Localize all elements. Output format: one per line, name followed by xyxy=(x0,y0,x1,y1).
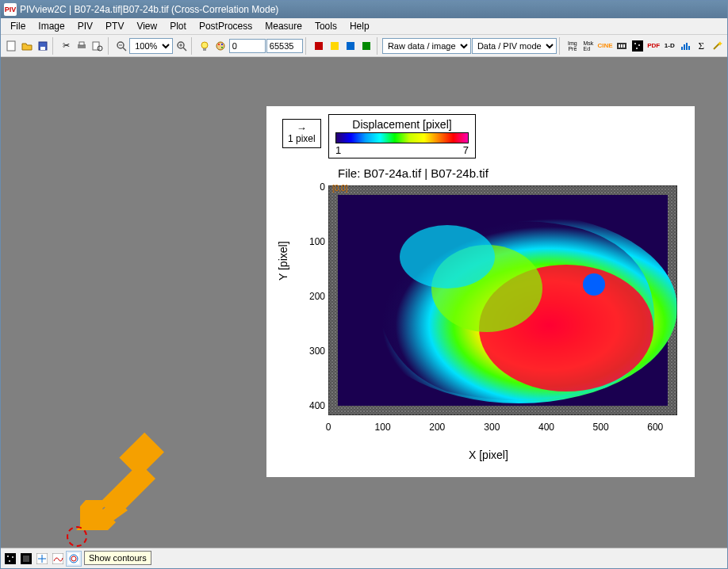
plot-card: → 1 pixel Displacement [pixel] 1 7 File:… xyxy=(266,106,695,477)
menu-help[interactable]: Help xyxy=(343,19,376,33)
zoom-out-button[interactable] xyxy=(113,37,128,55)
view-mode-1-button[interactable] xyxy=(2,551,18,567)
menu-postprocess[interactable]: PostProcess xyxy=(193,19,259,33)
menu-file[interactable]: File xyxy=(4,19,32,33)
tool-d-icon[interactable] xyxy=(358,37,374,55)
svg-point-45 xyxy=(400,225,495,288)
palette-button[interactable] xyxy=(213,37,228,55)
svg-point-55 xyxy=(12,556,13,558)
svg-point-16 xyxy=(216,42,224,50)
tool-b-icon[interactable] xyxy=(327,37,342,55)
arrow-icon: → xyxy=(288,123,316,133)
cine-icon[interactable]: CINE xyxy=(596,37,613,55)
origin-marker: [0,0] xyxy=(332,184,347,193)
plot1d-icon[interactable]: 1-D xyxy=(662,37,677,55)
window-title: PIVview2C | B07-24a.tif|B07-24b.tif (Cro… xyxy=(20,4,278,15)
heatmap-image xyxy=(328,185,677,415)
menu-tools[interactable]: Tools xyxy=(308,19,343,33)
mask-icon[interactable]: MskEd xyxy=(580,37,596,55)
y-axis-label: Y [pixel] xyxy=(277,241,289,281)
print-button[interactable] xyxy=(75,37,90,55)
svg-rect-21 xyxy=(331,42,339,50)
colorbar-gradient xyxy=(335,132,469,143)
datamode-combo-1[interactable]: Raw data / image xyxy=(382,38,471,54)
open-button[interactable] xyxy=(19,37,34,55)
app-icon: PIV xyxy=(4,3,17,16)
svg-marker-51 xyxy=(79,506,116,530)
menu-ptv[interactable]: PTV xyxy=(99,19,130,33)
annotation-circle-icon xyxy=(67,526,87,547)
dots-icon[interactable] xyxy=(630,37,646,55)
svg-rect-26 xyxy=(621,44,623,48)
svg-line-11 xyxy=(183,48,186,51)
svg-point-30 xyxy=(638,44,640,46)
annotation-arrow-icon xyxy=(76,427,171,530)
svg-marker-48 xyxy=(80,500,109,529)
svg-rect-27 xyxy=(623,44,625,48)
svg-rect-2 xyxy=(40,47,45,50)
svg-point-19 xyxy=(221,47,223,48)
canvas-area[interactable]: → 1 pixel Displacement [pixel] 1 7 File:… xyxy=(1,57,727,548)
histogram-icon[interactable] xyxy=(678,37,693,55)
range-lo-input[interactable] xyxy=(229,39,266,53)
svg-rect-23 xyxy=(362,42,370,50)
view-mode-3-button[interactable] xyxy=(34,551,50,567)
colorbar: Displacement [pixel] 1 7 xyxy=(328,114,476,158)
svg-point-29 xyxy=(634,43,636,44)
svg-point-17 xyxy=(218,44,220,45)
cut-button[interactable]: ✂ xyxy=(59,37,74,55)
plot-axes: [0,0] xyxy=(328,185,677,415)
filmstrip-icon[interactable] xyxy=(615,37,630,55)
vector-legend-label: 1 pixel xyxy=(288,133,316,144)
preview-button[interactable] xyxy=(90,37,105,55)
svg-rect-33 xyxy=(684,44,685,50)
menu-plot[interactable]: Plot xyxy=(163,19,193,33)
zoom-in-button[interactable] xyxy=(174,37,189,55)
menu-piv[interactable]: PIV xyxy=(71,19,99,33)
zoom-combo[interactable]: 100% xyxy=(129,38,173,54)
bottom-toolbar: Show contours xyxy=(1,548,727,568)
svg-line-8 xyxy=(123,48,126,51)
range-hi-input[interactable] xyxy=(266,39,303,53)
pdf-icon[interactable]: PDF xyxy=(646,37,661,55)
save-button[interactable] xyxy=(35,37,50,55)
svg-rect-5 xyxy=(93,42,99,50)
svg-marker-52 xyxy=(76,506,100,530)
svg-rect-28 xyxy=(632,40,643,52)
svg-rect-53 xyxy=(5,553,16,564)
svg-point-54 xyxy=(7,556,9,557)
svg-point-14 xyxy=(201,42,208,48)
colorbar-title: Displacement [pixel] xyxy=(335,118,469,131)
show-contours-button[interactable] xyxy=(66,551,82,567)
menu-image[interactable]: Image xyxy=(32,19,71,33)
sigma-icon[interactable]: Σ xyxy=(694,37,709,55)
svg-rect-0 xyxy=(7,41,15,51)
vector-legend: → 1 pixel xyxy=(282,119,321,148)
menu-measure[interactable]: Measure xyxy=(259,19,308,33)
tooltip: Show contours xyxy=(84,551,151,565)
svg-point-46 xyxy=(583,273,605,296)
tool-c-icon[interactable] xyxy=(343,37,358,55)
svg-point-18 xyxy=(221,44,223,45)
datamode-combo-2[interactable]: Data / PIV mode xyxy=(472,38,557,54)
wand-icon[interactable] xyxy=(710,37,725,55)
bulb-button[interactable] xyxy=(197,37,213,55)
view-mode-4-button[interactable] xyxy=(50,551,66,567)
menu-bar: File Image PIV PTV View Plot PostProcess… xyxy=(1,18,727,35)
imgpre-icon[interactable]: ImgPre xyxy=(565,37,580,55)
menu-view[interactable]: View xyxy=(130,19,163,33)
tool-a-icon[interactable] xyxy=(311,37,326,55)
colorbar-max: 7 xyxy=(463,144,469,156)
svg-rect-35 xyxy=(688,46,690,50)
svg-point-56 xyxy=(9,560,10,562)
svg-rect-22 xyxy=(347,42,354,50)
x-axis-label: X [pixel] xyxy=(469,449,508,461)
new-button[interactable] xyxy=(3,37,18,55)
svg-rect-20 xyxy=(315,42,323,50)
svg-rect-25 xyxy=(619,44,620,48)
view-mode-2-button[interactable] xyxy=(18,551,34,567)
colorbar-min: 1 xyxy=(335,144,341,156)
title-bar: PIV PIVview2C | B07-24a.tif|B07-24b.tif … xyxy=(1,1,727,18)
file-title: File: B07-24a.tif | B07-24b.tif xyxy=(338,166,489,180)
svg-rect-15 xyxy=(203,48,206,51)
